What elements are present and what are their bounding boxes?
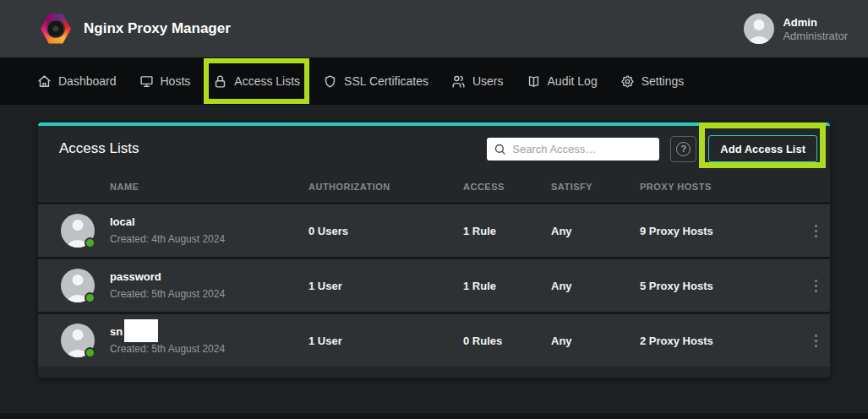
- app-header: Nginx Proxy Manager Admin Administrator: [0, 0, 868, 57]
- satisfy-value: Any: [551, 280, 640, 292]
- authorization-value: 1 User: [308, 335, 463, 347]
- page-title: Access Lists: [59, 140, 139, 157]
- status-online-dot: [85, 237, 96, 248]
- access-list-name: password: [110, 270, 308, 284]
- column-header-name: NAME: [110, 182, 308, 192]
- table-row[interactable]: sn Created: 5th August 2024 1 User 0 Rul…: [38, 312, 830, 367]
- nginx-proxy-manager-logo-icon: [41, 13, 71, 45]
- nav-item-dashboard[interactable]: Dashboard: [37, 74, 117, 89]
- row-avatar: [61, 324, 95, 357]
- row-menu-kebab-icon[interactable]: [805, 328, 827, 353]
- status-online-dot: [85, 292, 96, 303]
- access-value: 1 Rule: [463, 225, 551, 237]
- satisfy-value: Any: [551, 335, 640, 347]
- search-icon: [494, 143, 506, 155]
- created-date: Created: 4th August 2024: [110, 233, 308, 246]
- book-icon: [527, 74, 541, 89]
- column-header-authorization: AUTHORIZATION: [308, 182, 463, 192]
- nav-item-label: Settings: [641, 74, 685, 88]
- nav-item-label: SSL Certificates: [344, 74, 429, 88]
- question-mark-icon: ?: [676, 142, 691, 156]
- access-value: 1 Rule: [463, 280, 551, 292]
- table-row[interactable]: local Created: 4th August 2024 0 Users 1…: [38, 202, 830, 257]
- nav-item-ssl-certificates[interactable]: SSL Certificates: [323, 74, 429, 89]
- column-header-proxy-hosts: PROXY HOSTS: [640, 182, 802, 192]
- help-button[interactable]: ?: [670, 136, 696, 162]
- proxy-hosts-value: 9 Proxy Hosts: [640, 225, 802, 237]
- nav-item-access-lists[interactable]: Access Lists: [213, 74, 300, 89]
- nav-item-label: Users: [472, 74, 504, 88]
- access-lists-panel: Access Lists ? Add Access List NAME AUTH…: [38, 122, 830, 378]
- search-box: [487, 138, 659, 161]
- created-date: Created: 5th August 2024: [110, 343, 308, 356]
- satisfy-value: Any: [551, 225, 640, 237]
- home-icon: [37, 74, 52, 89]
- column-header-access: ACCESS: [463, 182, 551, 192]
- created-date: Created: 5th August 2024: [110, 288, 308, 301]
- page-bottom-edge: [0, 413, 868, 419]
- nav-item-label: Dashboard: [58, 74, 117, 88]
- row-avatar: [61, 214, 95, 248]
- access-value: 0 Rules: [463, 335, 551, 347]
- app-title: Nginx Proxy Manager: [84, 20, 231, 37]
- add-access-list-button[interactable]: Add Access List: [708, 135, 817, 162]
- user-menu[interactable]: Admin Administrator: [744, 14, 848, 44]
- nav-item-label: Access Lists: [234, 74, 300, 88]
- user-avatar: [744, 14, 774, 44]
- nav-item-label: Audit Log: [548, 74, 598, 88]
- add-access-list-label: Add Access List: [720, 143, 805, 155]
- nav-item-users[interactable]: Users: [451, 74, 504, 89]
- lock-icon: [213, 74, 227, 89]
- nav-item-audit-log[interactable]: Audit Log: [527, 74, 598, 89]
- row-avatar: [61, 269, 95, 302]
- gear-icon: [620, 74, 635, 89]
- redaction-overlay: [124, 319, 158, 342]
- row-menu-kebab-icon[interactable]: [805, 273, 827, 298]
- proxy-hosts-value: 2 Proxy Hosts: [640, 335, 802, 347]
- authorization-value: 0 Users: [308, 225, 463, 237]
- nav-item-settings[interactable]: Settings: [620, 74, 685, 89]
- main-nav: Dashboard Hosts Access Lists SSL Certifi…: [0, 57, 868, 105]
- shield-icon: [323, 74, 337, 89]
- user-role: Administrator: [783, 30, 848, 43]
- table-header-row: NAME AUTHORIZATION ACCESS SATISFY PROXY …: [38, 171, 830, 202]
- user-name: Admin: [783, 15, 848, 30]
- access-list-name: local: [110, 215, 308, 229]
- monitor-icon: [139, 74, 154, 89]
- status-online-dot: [85, 347, 96, 358]
- users-icon: [451, 74, 466, 89]
- nav-item-hosts[interactable]: Hosts: [139, 74, 191, 89]
- column-header-satisfy: SATISFY: [551, 182, 640, 192]
- search-input[interactable]: [512, 143, 652, 155]
- nav-item-label: Hosts: [161, 74, 191, 88]
- authorization-value: 1 User: [308, 280, 463, 292]
- proxy-hosts-value: 5 Proxy Hosts: [640, 280, 802, 292]
- row-menu-kebab-icon[interactable]: [805, 218, 827, 243]
- table-row[interactable]: password Created: 5th August 2024 1 User…: [38, 257, 830, 312]
- panel-header: Access Lists ? Add Access List: [38, 126, 830, 171]
